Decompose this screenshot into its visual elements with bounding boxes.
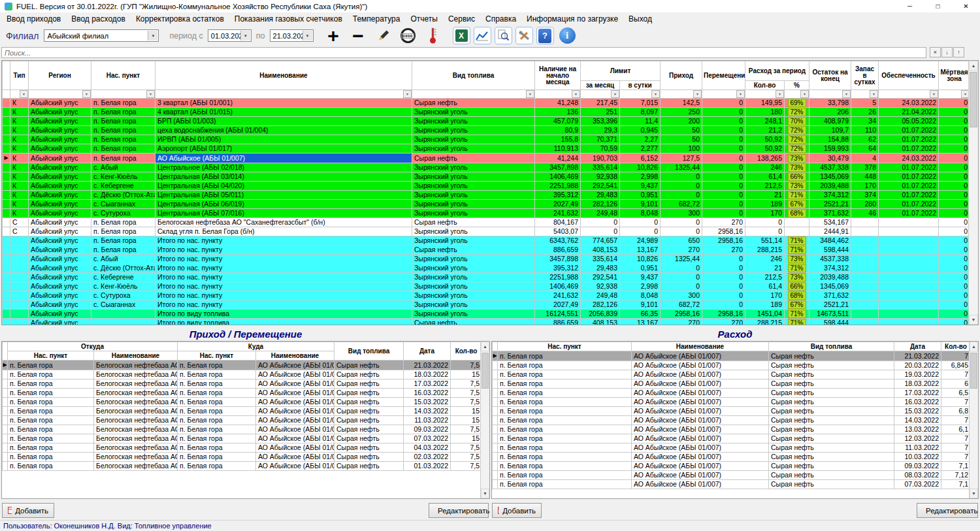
cell[interactable]: Абыйский улус xyxy=(29,172,91,182)
cell[interactable]: п. Белая гора xyxy=(498,416,632,425)
cell[interactable]: п. Белая гора xyxy=(498,434,632,443)
table-row[interactable]: п. Белая гораБелогоская нефтебаза АО "Са… xyxy=(3,407,482,416)
cell[interactable]: Абыйский улус xyxy=(29,291,91,300)
cell[interactable]: 71% xyxy=(785,236,809,246)
period-to-select[interactable]: 21.03.2022 ▼ xyxy=(270,29,314,42)
column-header-move[interactable]: Перемещение xyxy=(702,61,745,90)
cell[interactable]: 14.03.2022 xyxy=(894,416,941,425)
cell[interactable]: 374,312 xyxy=(809,191,851,200)
cell[interactable]: 335,614 xyxy=(581,163,620,172)
cell[interactable]: АО Абыйское (АБЫ 01/007) xyxy=(632,453,769,462)
cell[interactable]: К xyxy=(10,108,29,117)
cell[interactable]: 280 xyxy=(851,200,879,209)
cell[interactable]: К xyxy=(10,172,29,182)
cell[interactable] xyxy=(879,273,939,282)
cell[interactable]: с. Абый xyxy=(91,163,155,172)
column-header-days[interactable]: Запас в сутках xyxy=(851,61,879,90)
add-rashod-button[interactable]: Добавить xyxy=(492,503,542,518)
cell[interactable]: АО Абыйское (АБЫ 01/007) xyxy=(256,425,335,434)
cell[interactable]: 73% xyxy=(785,273,809,282)
cell[interactable]: п. Белая гора xyxy=(8,434,94,443)
cell[interactable]: Сырая нефть xyxy=(769,370,894,379)
cell[interactable]: 241,632 xyxy=(535,291,581,300)
cell[interactable] xyxy=(879,319,939,326)
cell[interactable]: п. Белая гора xyxy=(498,480,632,489)
column-header-rashod[interactable]: Расход за период xyxy=(745,61,809,81)
cell[interactable]: 2444,91 xyxy=(809,227,851,236)
cell[interactable]: 24.03.2022 xyxy=(879,153,939,163)
column-filter-dropdown-icon[interactable]: ▼ xyxy=(693,90,702,98)
filter-cell[interactable]: ▼ xyxy=(10,90,29,99)
cell[interactable]: Итого по виду топлива xyxy=(155,310,412,319)
column-filter-dropdown-icon[interactable]: ▼ xyxy=(403,90,412,98)
filter-cell[interactable]: ▼ xyxy=(745,90,785,99)
cell[interactable]: ИРВП (АБЫ 01/005) xyxy=(155,135,412,144)
cell[interactable]: 71% xyxy=(785,264,809,273)
cell[interactable]: АО Абыйское (АБЫ 01/007) xyxy=(256,407,335,416)
cell[interactable]: 200 xyxy=(661,117,702,126)
cell[interactable]: 15.03.2022 xyxy=(404,398,451,407)
cell[interactable]: Сырая нефть xyxy=(769,471,894,480)
cell[interactable]: Центральная (АБЫ 04/020) xyxy=(155,182,412,191)
column-header-start[interactable]: Наличие на начало месяца xyxy=(535,61,581,90)
table-row[interactable]: п. Белая гораАО Абыйское (АБЫ 01/007)Сыр… xyxy=(493,480,971,489)
table-row[interactable]: п. Белая гораБелогоская нефтебаза АО "Са… xyxy=(3,370,482,379)
fuel-object-row[interactable]: Абыйский улусп. Белая гораИтого по нас. … xyxy=(3,236,970,246)
menu-item[interactable]: Корректировка остатков xyxy=(131,13,229,25)
column-header-supply[interactable]: Обеспеченность xyxy=(879,61,939,90)
cell[interactable]: 1406,469 xyxy=(535,172,581,182)
cell[interactable]: 170 xyxy=(745,291,785,300)
cell[interactable]: АО Абыйское (АБЫ 01/007) xyxy=(256,443,335,453)
cell[interactable]: 72% xyxy=(785,126,809,135)
cell[interactable]: 73% xyxy=(785,182,809,191)
menu-item[interactable]: Справка xyxy=(480,13,521,25)
cell[interactable]: 6,5 xyxy=(941,389,971,398)
cell[interactable]: 0 xyxy=(702,191,745,200)
cell[interactable]: 15 xyxy=(451,434,482,443)
cell[interactable]: Зырянский уголь xyxy=(412,144,535,153)
cell[interactable]: 01.03.2022 xyxy=(404,462,451,471)
cell[interactable]: 21 xyxy=(745,264,785,273)
cell[interactable]: 0 xyxy=(939,182,970,191)
cell[interactable]: 02.03.2022 xyxy=(404,453,451,462)
cell[interactable]: 6 xyxy=(941,379,971,389)
cell[interactable]: 110,913 xyxy=(535,144,581,153)
scrollbar-thumb[interactable] xyxy=(970,72,977,127)
cell[interactable]: п. Белая гора xyxy=(178,462,256,471)
cell[interactable] xyxy=(879,282,939,291)
cell[interactable]: 127,5 xyxy=(661,153,702,163)
cell[interactable]: 01.07.2022 xyxy=(879,144,939,153)
cell[interactable]: 7 xyxy=(941,443,971,453)
cell[interactable]: Абыйский улус xyxy=(29,126,91,135)
cell[interactable] xyxy=(851,282,879,291)
cell[interactable]: 7 xyxy=(941,453,971,462)
cell[interactable]: 0 xyxy=(661,182,702,191)
cell[interactable] xyxy=(10,310,29,319)
cell[interactable]: 15 xyxy=(451,407,482,416)
column-filter-dropdown-icon[interactable]: ▼ xyxy=(146,90,155,98)
cell[interactable]: 17.03.2022 xyxy=(404,379,451,389)
cell[interactable]: 13,167 xyxy=(620,246,661,255)
cell[interactable]: Абыйский улус xyxy=(29,319,91,326)
cell[interactable]: Зырянский уголь xyxy=(412,117,535,126)
cell[interactable]: 0 xyxy=(939,108,970,117)
column-header-punkt[interactable]: Нас. пункт xyxy=(498,342,632,351)
filter-cell[interactable]: ▼ xyxy=(581,90,620,99)
table-row[interactable]: п. Белая гораБелогоская нефтебаза АО "Са… xyxy=(3,462,482,471)
cell[interactable]: п. Белая гора xyxy=(91,227,155,236)
cell[interactable] xyxy=(851,246,879,255)
cell[interactable]: п. Белая гора xyxy=(91,108,155,117)
filter-cell[interactable]: ▼ xyxy=(702,90,745,99)
fuel-object-row[interactable]: Абыйский улусп. Белая гораИтого по нас. … xyxy=(3,246,970,255)
cell[interactable] xyxy=(10,236,29,246)
cell[interactable]: 29,483 xyxy=(581,264,620,273)
cell[interactable]: п. Белая гора xyxy=(498,443,632,453)
cell[interactable]: 154,88 xyxy=(809,135,851,144)
cell[interactable]: 2251,988 xyxy=(535,182,581,191)
cell[interactable]: 6,8 xyxy=(941,407,971,416)
cell[interactable]: 248,1 xyxy=(745,117,785,126)
cell[interactable] xyxy=(851,264,879,273)
cell[interactable]: 01.07.2022 xyxy=(879,200,939,209)
table-row[interactable]: п. Белая гораБелогоская нефтебаза АО "Са… xyxy=(3,398,482,407)
filter-cell[interactable]: ▼ xyxy=(155,90,412,99)
